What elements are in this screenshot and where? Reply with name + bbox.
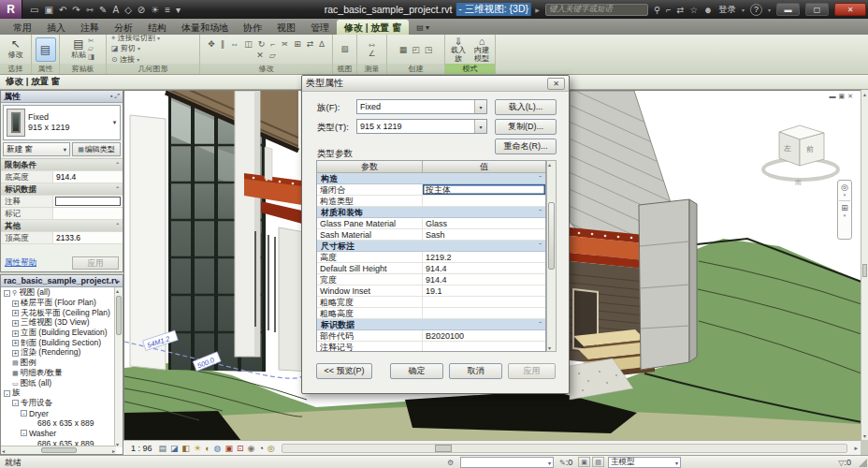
user-icon[interactable]: ☻ [703,5,713,15]
property-row[interactable]: 顶高度 2133.6 [1,232,123,244]
load-button[interactable]: 载入(L)... [495,99,557,115]
palette-pin-icon[interactable]: ▪ ⤢ [110,93,120,100]
mode-button[interactable]: ⌂内建模型 [471,36,493,63]
trim-icon[interactable]: ⌐ [270,39,275,49]
help-button[interactable]: ? [750,4,762,16]
navbar-chevron-icon[interactable]: ▾ [844,212,846,219]
param-row[interactable]: 尺寸标注 [317,241,545,252]
signin-dropdown-icon[interactable]: ▾ [742,7,745,13]
tree-item[interactable]: - 专用设备 [2,399,116,409]
save-icon[interactable]: ▣ [44,5,52,15]
apply-button[interactable]: 应用 [508,363,556,379]
ribbon-tab[interactable]: 常用 [6,20,39,35]
search-icon[interactable]: ⚲ [654,5,660,15]
scrollbar-thumb[interactable] [116,296,122,335]
tree-expander-icon[interactable]: + [12,310,19,316]
match-icon[interactable]: ◨ [88,53,94,62]
search-input[interactable]: 键入关键字或短语 [545,4,648,16]
graphics-options-icon[interactable]: ▤ [159,444,167,453]
scroll-down-icon[interactable]: ▾ [861,432,868,439]
param-row[interactable]: Sash Material Sash [317,229,545,241]
type-selector[interactable]: Fixed 915 x 1219 ▾ [3,105,121,140]
zoom-tool-icon[interactable]: ⊞ [841,203,848,212]
filter-indicator[interactable]: ▽ :0 [838,457,851,468]
qat-more-icon[interactable]: ▾ [176,5,181,15]
param-row[interactable]: 构造 [317,173,545,184]
group-icon[interactable]: ▦ [399,45,408,54]
tree-expander-icon[interactable]: - [21,410,27,417]
exchange-icon[interactable]: ⇄ [676,5,684,15]
ribbon-tab[interactable]: 体量和场地 [174,20,236,35]
steering-wheel-icon[interactable]: ◎ [841,183,848,192]
rotate-icon[interactable]: ↻ [258,39,266,49]
tree-expander-icon[interactable]: + [12,330,19,337]
move-icon[interactable]: ✥ [208,39,215,49]
viewport-horizontal-scrollbar[interactable] [282,444,848,453]
sun-path-icon[interactable]: ☀ [194,444,201,453]
pin-icon[interactable]: ∆ [319,39,325,49]
editable-indicator[interactable]: ✎ :0 [559,457,572,468]
measure-angle-icon[interactable]: ∠ [369,50,376,58]
param-row[interactable]: 部件代码 B2020100 [317,330,545,342]
worksets-icon[interactable]: ⚙ [447,457,454,468]
properties-apply-button[interactable]: 应用 [72,256,119,270]
property-row[interactable]: 标记 [1,208,123,220]
view-close-icon[interactable]: ✕ [847,93,853,100]
view-restore-icon[interactable]: ▣ [839,93,846,100]
tree-item[interactable]: + 渲染 (Rendering) [2,348,116,358]
worksets-combo[interactable]: ▾ [460,457,554,468]
property-row[interactable]: 限制条件 [1,159,123,171]
rendering-icon[interactable]: ◍ [214,444,222,453]
maximize-button[interactable]: ▢ [805,3,829,16]
hide-elements-icon[interactable]: ▧ [340,45,348,53]
tree-expander-icon[interactable]: + [12,300,19,307]
delete-icon[interactable]: ✕ [256,51,264,60]
close-button[interactable]: ✕ [834,3,866,16]
properties-toggle-button[interactable]: ▤ [36,37,56,62]
geometry-tool[interactable]: ⌖ 连接端切割 ▾ [111,35,160,43]
dialog-title-bar[interactable]: 类型属性 ✕ [302,76,569,92]
property-row[interactable]: 注释 [1,196,123,208]
properties-help-link[interactable]: 属性帮助 [5,257,36,269]
status-button-icon[interactable]: ▨ [592,457,604,467]
geometry-tool[interactable]: ◪ 剪切 ▾ [111,44,140,54]
crop-region-icon[interactable]: ⊡ [237,444,244,453]
status-button-icon[interactable]: ▣ [578,457,590,467]
scroll-left-icon[interactable]: ◂ [2,447,5,454]
parts-icon[interactable]: ◳ [425,45,433,54]
type-selector-dropdown-icon[interactable]: ▾ [109,119,120,126]
scroll-down-icon[interactable]: ▾ [116,441,119,447]
view-scale-button[interactable]: 1 : 96 [131,444,152,453]
ribbon-tab[interactable]: 管理 [303,20,337,35]
section-icon[interactable]: ⊘ [137,5,145,15]
tree-expander-icon[interactable]: + [12,350,19,357]
scroll-up-icon[interactable]: ▴ [548,161,551,168]
measure-icon[interactable]: ⇿ [86,5,94,15]
assembly-icon[interactable]: ◰ [412,45,420,54]
mirror-icon[interactable]: ◫ [244,39,253,49]
reveal-hidden-icon[interactable]: ◎ [268,444,275,453]
scrollbar-thumb[interactable] [548,202,555,270]
browser-horizontal-scrollbar[interactable]: ◂ ▸ [1,446,116,454]
param-row[interactable]: Window Inset 19.1 [317,285,545,297]
application-menu-button[interactable]: R [0,0,22,19]
param-row[interactable]: 注释记号 [317,342,545,352]
param-row[interactable]: 墙闭合 按主体 [317,184,545,196]
tree-expander-icon[interactable]: + [12,340,19,346]
new-element-combo[interactable]: 新建 窗▾ [3,142,70,156]
properties-header[interactable]: 属性 ▪ ⤢ [1,91,123,103]
table-scrollbar[interactable]: ▴ ▾ [546,160,557,352]
property-row[interactable]: 其他 [1,220,123,232]
mode-button[interactable]: ⇓载入族 [448,36,470,63]
detail-level-icon[interactable]: ◪ [170,444,179,453]
scroll-up-icon[interactable]: ▴ [116,287,119,294]
shadows-icon[interactable]: ◐ [205,444,210,453]
text-icon[interactable]: A [112,5,119,15]
preview-button[interactable]: << 预览(P) [316,363,372,379]
open-icon[interactable]: ▭ [30,5,38,15]
viewcube[interactable]: 左 前 南 [763,125,838,185]
param-row[interactable]: 宽度 914.4 [317,274,545,285]
viewport-vertical-scrollbar[interactable]: ▴ ▾ [861,90,868,440]
project-browser-header[interactable]: rac_basic_sample_project.rvt - ... ▪ [1,275,123,287]
dialog-close-button[interactable]: ✕ [547,78,565,90]
